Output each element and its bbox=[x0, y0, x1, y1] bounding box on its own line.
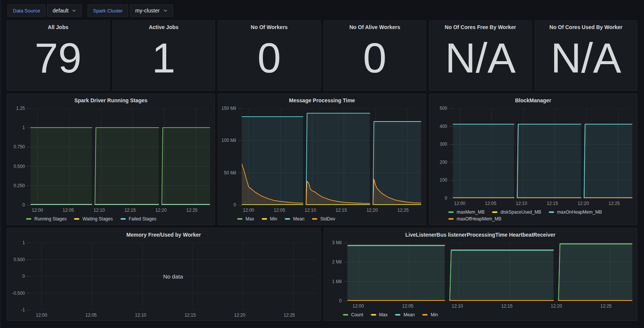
chart-panel-blockmanager: BlockManager 010020030040050012:0012:051… bbox=[429, 94, 637, 225]
chart-legend: Running StagesWaiting StagesFailed Stage… bbox=[26, 214, 210, 223]
legend-item[interactable]: Mean bbox=[285, 216, 304, 222]
legend-item[interactable]: Count bbox=[343, 312, 363, 317]
y-tick-label: 200 bbox=[440, 160, 453, 165]
x-tick-label: 12:00 bbox=[36, 313, 47, 318]
y-tick-label: 0.500 bbox=[14, 164, 31, 169]
legend-swatch bbox=[74, 218, 79, 220]
x-tick-label: 12:25 bbox=[600, 303, 612, 309]
y-tick-label: 1 bbox=[22, 240, 31, 245]
legend-item[interactable]: maxOffHeapMem_MB bbox=[448, 216, 501, 222]
legend-item[interactable]: Failed Stages bbox=[120, 216, 156, 222]
legend-label: diskSpaceUsed_MB bbox=[500, 209, 541, 215]
chevron-down-icon bbox=[163, 8, 168, 13]
chart-legend: maxMem_MBdiskSpaceUsed_MBmaxOnHeapMem_MB… bbox=[448, 207, 632, 223]
x-tick-label: 12:05 bbox=[402, 303, 414, 309]
stat-panel-cores-used-by-worker: No Of Cores Used By Worker N/A bbox=[535, 20, 638, 91]
legend-swatch bbox=[395, 314, 400, 316]
stat-value: 0 bbox=[324, 31, 426, 90]
y-tick-label: 0 bbox=[445, 196, 453, 201]
spark-cluster-label: Spark Cluster bbox=[88, 5, 128, 17]
y-tick-label: -0.500 bbox=[12, 291, 31, 296]
x-tick-label: 12:25 bbox=[186, 208, 198, 213]
x-tick-label: 12:10 bbox=[452, 303, 463, 309]
x-tick-label: 12:00 bbox=[32, 208, 43, 213]
legend-label: Max bbox=[379, 312, 388, 317]
x-tick-label: 12:05 bbox=[274, 208, 285, 213]
x-tick-label: 12:15 bbox=[547, 201, 558, 206]
legend-label: Failed Stages bbox=[129, 216, 156, 222]
legend-label: maxOnHeapMem_MB bbox=[557, 209, 602, 215]
legend-item[interactable]: Waiting Stages bbox=[74, 216, 113, 222]
legend-item[interactable]: Running Stages bbox=[26, 216, 66, 222]
x-tick-label: 12:20 bbox=[578, 201, 589, 206]
chart-canvas bbox=[242, 108, 421, 205]
x-tick-label: 12:25 bbox=[608, 201, 620, 206]
legend-item[interactable]: maxOnHeapMem_MB bbox=[549, 209, 602, 215]
stat-value: 79 bbox=[7, 31, 109, 90]
y-tick-label: 0 bbox=[339, 298, 347, 303]
legend-label: maxMem_MB bbox=[457, 209, 485, 215]
chart-canvas bbox=[31, 108, 210, 205]
legend-item[interactable]: Max bbox=[371, 312, 388, 317]
chart-body: 050 Mil100 Mil150 Mil12:0012:0512:1012:1… bbox=[218, 105, 426, 225]
panel-title: Memory Free/Used by Worker bbox=[7, 228, 320, 239]
y-tick-label: 300 bbox=[440, 142, 453, 147]
legend-item[interactable]: maxMem_MB bbox=[448, 209, 485, 215]
legend-item[interactable]: Min bbox=[422, 312, 438, 317]
x-tick-label: 12:15 bbox=[184, 313, 196, 318]
x-tick-label: 12:15 bbox=[335, 208, 347, 213]
spark-cluster-control: Spark Cluster my-cluster bbox=[88, 5, 173, 17]
stat-panel-no-of-workers: No Of Workers 0 bbox=[218, 20, 321, 91]
legend-swatch bbox=[492, 211, 497, 213]
chart-body: 010020030040050012:0012:0512:1012:1512:2… bbox=[429, 105, 637, 225]
middle-charts-row: Spark Driver Running Stages 00.2500.5000… bbox=[7, 94, 637, 225]
y-tick-label: 400 bbox=[440, 124, 453, 129]
panel-title: No Of Cores Free By Worker bbox=[429, 21, 531, 31]
y-tick-label: 100 Mil bbox=[221, 138, 242, 143]
x-tick-label: 12:05 bbox=[85, 313, 97, 318]
legend-item[interactable]: diskSpaceUsed_MB bbox=[492, 209, 541, 215]
legend-swatch bbox=[285, 218, 290, 220]
legend-item[interactable]: StdDev bbox=[312, 216, 335, 222]
legend-item[interactable]: Min bbox=[262, 216, 277, 222]
legend-swatch bbox=[371, 314, 376, 316]
x-tick-label: 12:05 bbox=[63, 208, 74, 213]
chevron-down-icon bbox=[72, 8, 76, 13]
chart-panel-spark-driver-running-stages: Spark Driver Running Stages 00.2500.5000… bbox=[7, 94, 215, 225]
y-tick-label: 0 bbox=[22, 274, 31, 279]
stat-panel-all-jobs: All Jobs 79 bbox=[7, 20, 110, 91]
spark-cluster-select[interactable]: my-cluster bbox=[130, 5, 173, 17]
y-tick-label: 100 bbox=[440, 177, 453, 183]
x-tick-label: 12:15 bbox=[124, 208, 136, 213]
y-tick-label: 500 bbox=[440, 106, 453, 111]
stat-value: 1 bbox=[113, 31, 215, 90]
panel-title: BlockManager bbox=[429, 94, 637, 105]
stat-panel-no-of-alive-workers: No Of Alive Workers 0 bbox=[324, 20, 426, 91]
chart-panel-memory-free-used-by-worker: Memory Free/Used by Worker -1-0.50000.50… bbox=[7, 228, 321, 321]
legend-item[interactable]: Max bbox=[237, 216, 254, 222]
data-source-label: Data Source bbox=[8, 5, 45, 17]
chart-body: 00.2500.5000.75011.2512:0012:0512:1012:1… bbox=[7, 105, 215, 225]
panel-title: No Of Cores Used By Worker bbox=[535, 21, 637, 31]
y-tick-label: 50 Mil bbox=[224, 170, 242, 176]
spark-cluster-value: my-cluster bbox=[135, 8, 160, 14]
bottom-charts-row: Memory Free/Used by Worker -1-0.50000.50… bbox=[7, 228, 637, 321]
legend-label: Waiting Stages bbox=[82, 216, 113, 222]
legend-swatch bbox=[448, 218, 454, 220]
x-tick-label: 12:25 bbox=[284, 313, 295, 318]
y-tick-label: 1 Mil bbox=[332, 279, 347, 284]
legend-swatch bbox=[549, 211, 554, 213]
legend-swatch bbox=[262, 218, 267, 220]
y-tick-label: 0.250 bbox=[14, 183, 31, 188]
panel-title: Spark Driver Running Stages bbox=[7, 94, 215, 105]
x-tick-label: 12:10 bbox=[94, 208, 105, 213]
chart-body: -1-0.50000.5001No data12:0012:0512:1012:… bbox=[7, 239, 320, 320]
panel-title: Message Processing Time bbox=[218, 94, 426, 105]
legend-label: StdDev bbox=[320, 216, 335, 222]
legend-label: Mean bbox=[403, 312, 415, 317]
legend-label: Count bbox=[351, 312, 363, 317]
legend-item[interactable]: Mean bbox=[395, 312, 415, 317]
x-tick-label: 12:10 bbox=[135, 313, 146, 318]
data-source-select[interactable]: default bbox=[47, 5, 82, 17]
x-tick-label: 12:20 bbox=[366, 208, 378, 213]
